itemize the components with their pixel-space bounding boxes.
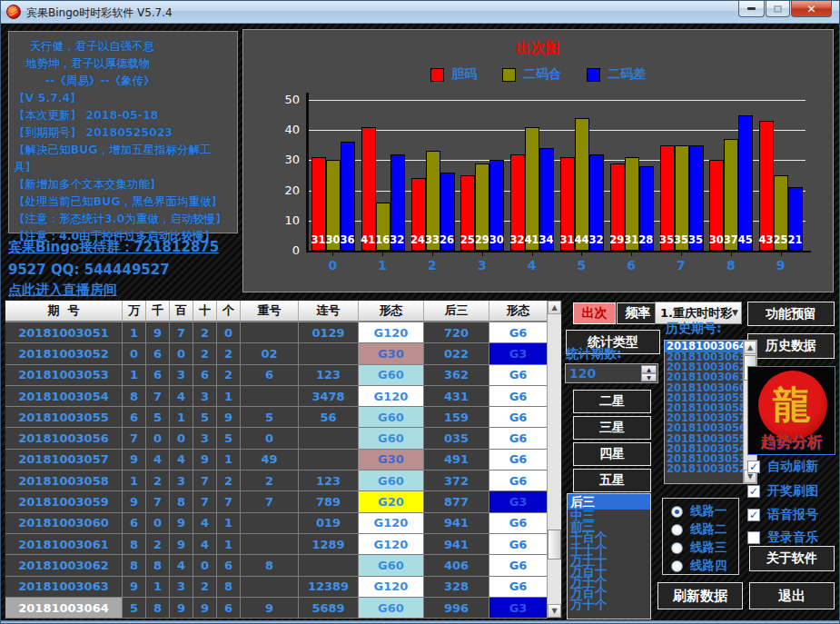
table-row[interactable]: 20181003059978777789G20877G3 [5,491,548,512]
table-row[interactable]: 20181003053163626123G60362G6 [5,365,548,386]
bar-value-label: 314432 [554,233,609,246]
table-row[interactable]: 2018100306060941019G120941G6 [5,513,548,534]
radio-label: 线路三 [690,540,727,556]
history-data-button[interactable]: 历史数据 [747,333,835,359]
digit-cell: 0 [146,513,170,534]
last3-cell: 362 [424,365,489,386]
consecutive-cell: 0129 [299,322,359,343]
table-row[interactable]: 201810030639132812389G120328G6 [5,577,548,598]
y-axis-tick: 40 [269,123,300,136]
y-axis-tick: 30 [269,153,300,166]
table-header-cell: 个 [217,301,241,322]
digit-cell: 9 [170,534,193,555]
table-row[interactable]: 20181003051197200129G120720G6 [5,322,548,343]
two-star-button[interactable]: 二星 [573,390,651,413]
titlebar[interactable]: 宾果Bingo时时彩软件 V5.7.4 ✕ [1,1,839,24]
live-room-link[interactable]: 点此进入直播房间 [8,282,117,299]
x-tickmark [681,253,682,256]
scroll-up-icon[interactable]: ▲ [744,341,756,354]
last3-form-cell: G3 [489,343,548,364]
repeat-cell: 02 [241,343,299,364]
period-cell: 20181003054 [5,386,123,407]
about-button[interactable]: 关于软件 [749,546,835,571]
history-listbox[interactable]: 2018100306420181003063201810030622018100… [664,340,757,484]
digit-cell: 8 [123,555,146,576]
stat-periods-value: 120 [569,366,596,381]
legend-item: 二码差 [587,66,646,83]
spinner-down-icon[interactable]: ▼ [641,373,657,381]
digit-cell: 0 [123,343,146,364]
line-radio-2[interactable]: 线路二 [671,521,727,538]
digit-cell: 9 [123,450,146,470]
minimize-icon [747,7,756,10]
form-cell: G60 [359,365,424,386]
digit-cell: 6 [193,365,217,386]
digit-cell: 6 [123,407,146,428]
pinlv-tab-button[interactable]: 频率 [617,302,659,324]
table-row[interactable]: 201810030645899695689G60996G3 [5,598,548,619]
x-tickmark [781,253,782,256]
qq-group-link[interactable]: 宾果Bingo接待群：721812875 [8,239,219,256]
radio-label: 线路二 [690,521,727,538]
table-row[interactable]: 2018100305565159556G60159G6 [5,407,548,428]
table-row[interactable]: 20181003056700350G60035G6 [5,428,548,449]
refresh-data-button[interactable]: 刷新数据 [657,582,743,609]
last3-cell: 035 [424,428,489,449]
form-cell: G120 [359,577,424,598]
checkbox-2[interactable]: ✓开奖刷图 [747,483,818,500]
digit-cell: 0 [170,343,193,364]
period-cell: 20181003057 [5,450,123,470]
table-scroll-thumb[interactable] [548,530,561,560]
consecutive-cell: 56 [299,407,359,428]
minimize-button[interactable] [738,1,765,17]
digit-cell: 2 [217,470,241,491]
table-row[interactable]: 201810030579449149G30491G6 [5,450,548,470]
table-row[interactable]: 201810030520602202G30022G3 [5,343,548,364]
chuci-tab-button[interactable]: 出次 [573,302,616,324]
exit-button[interactable]: 退出 [749,582,835,609]
three-star-button[interactable]: 三星 [573,416,651,440]
form-cell: G120 [359,386,424,407]
scroll-up-icon[interactable]: ▲ [548,301,561,314]
line-radio-1[interactable]: 线路一 [671,503,727,520]
digit-cell: 1 [217,450,241,470]
position-listbox[interactable]: 后三中三前三千百个千十个万千十万百十万千个万百个万十个 [567,493,651,619]
digit-cell: 4 [193,534,217,555]
scroll-down-icon[interactable]: ▼ [548,604,561,618]
digit-cell: 7 [146,491,170,512]
table-row[interactable]: 20181003062884068G60406G6 [5,555,548,576]
position-list-item[interactable]: 万十个 [568,599,650,609]
announcement-line: 【到期期号】 20180525023 [14,124,233,141]
announcement-line: 【本次更新】 2018-05-18 [14,106,233,124]
checkbox-3[interactable]: ✓语音报号 [747,507,818,523]
announcement-line: 【注意：形态统计3.0为重做，启动较慢】 [14,210,233,227]
table-row[interactable]: 20181003054874313478G120431G6 [5,386,548,407]
digit-cell: 5 [217,428,241,449]
x-tickmark [432,253,433,256]
maximize-button[interactable] [766,1,790,17]
four-star-button[interactable]: 四星 [573,442,651,466]
checkbox-1[interactable]: ✓自动刷新 [747,459,818,475]
digit-cell: 9 [170,513,193,534]
last3-cell: 159 [424,407,489,428]
digit-cell: 0 [170,428,193,449]
table-row[interactable]: 20181003058123722123G60372G6 [5,470,548,491]
digit-cell: 2 [146,470,170,491]
x-axis-tick: 7 [657,258,707,272]
consecutive-cell: 12389 [299,577,359,598]
stat-periods-stepper[interactable]: 120 ▲ ▼ [565,363,658,383]
table-scrollbar[interactable]: ▲ ▼ [547,301,561,618]
repeat-cell [241,386,299,407]
checkbox-4[interactable]: 登录音乐 [747,530,818,546]
function-reserved-button[interactable]: 功能预留 [747,302,835,326]
table-row[interactable]: 20181003061829411289G120941G6 [5,534,548,555]
five-star-button[interactable]: 五星 [573,469,651,492]
line-radio-3[interactable]: 线路三 [671,540,727,556]
y-axis-tick: 10 [269,213,300,227]
close-button[interactable]: ✕ [791,1,832,17]
line-radio-4[interactable]: 线路四 [671,558,727,574]
form-cell: G60 [359,598,424,619]
x-axis-tick: 3 [457,258,507,272]
spinner-up-icon[interactable]: ▲ [641,365,657,373]
last3-form-cell: G6 [489,386,548,407]
